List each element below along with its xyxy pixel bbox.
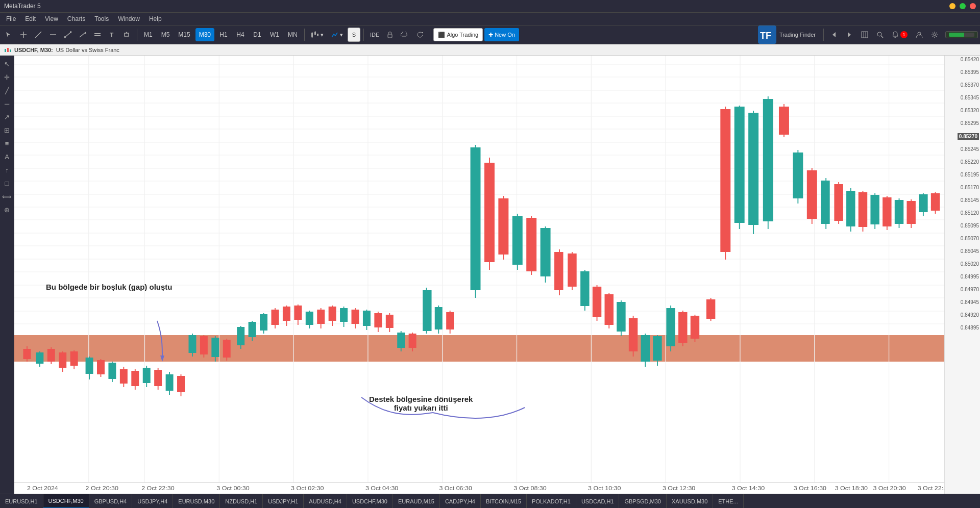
tf-mn[interactable]: MN: [284, 28, 301, 41]
tab-usdjpy-h1[interactable]: USDJPY,H1: [263, 494, 304, 509]
price-15: 0.85045: [961, 248, 979, 254]
refresh-btn[interactable]: [413, 28, 427, 42]
price-3: 0.85345: [961, 95, 979, 100]
svg-point-28: [877, 32, 881, 36]
cursor-tool[interactable]: [2, 28, 15, 42]
svg-text:3 Oct 20:30: 3 Oct 20:30: [873, 486, 905, 491]
menu-file[interactable]: File: [2, 14, 20, 23]
ray-tool[interactable]: [76, 28, 89, 42]
menu-help[interactable]: Help: [145, 14, 166, 23]
tab-usdchf-m30[interactable]: USDCHF,M30: [43, 494, 89, 509]
left-measure[interactable]: ⟺: [1, 190, 13, 202]
trendline-tool[interactable]: [61, 28, 75, 42]
tf-h4[interactable]: H4: [233, 28, 248, 41]
tab-xauusd-m30[interactable]: XAUUSD,M30: [667, 494, 713, 509]
tab-usdcad-h1[interactable]: USDCAD,H1: [576, 494, 620, 509]
left-text[interactable]: A: [1, 150, 13, 163]
tab-euraud-m15[interactable]: EURAUD,M15: [393, 494, 440, 509]
svg-text:3 Oct 16:30: 3 Oct 16:30: [794, 486, 826, 491]
window-controls: [949, 3, 976, 9]
cloud-btn[interactable]: [398, 28, 412, 42]
tf-m15[interactable]: M15: [175, 28, 193, 41]
zoom-select[interactable]: [858, 28, 871, 42]
left-cursor[interactable]: ↖: [1, 58, 13, 70]
svg-rect-74: [36, 352, 43, 364]
price-4: 0.85320: [961, 108, 979, 113]
tab-bitcoin-m15[interactable]: BITCOIN,M15: [481, 494, 527, 509]
lock-btn[interactable]: [384, 28, 396, 42]
crosshair-tool[interactable]: [17, 28, 30, 42]
svg-rect-166: [605, 294, 614, 325]
settings-btn[interactable]: [928, 28, 941, 42]
symbol-search[interactable]: S: [348, 28, 360, 42]
tab-cadjpy-h4[interactable]: CADJPY,H4: [440, 494, 481, 509]
algo-trading-btn[interactable]: ⬛ Algo Trading: [433, 28, 483, 41]
new-on-label: New On: [495, 32, 515, 38]
left-arrow[interactable]: ↑: [1, 164, 13, 176]
price-2: 0.85370: [961, 82, 979, 88]
tab-nzdusd-h1[interactable]: NZDUSD,H1: [220, 494, 263, 509]
menu-window[interactable]: Window: [114, 14, 144, 23]
nav-back[interactable]: [827, 28, 841, 42]
price-16: 0.85020: [961, 261, 979, 267]
tf-m30[interactable]: M30: [195, 28, 214, 41]
svg-marker-24: [848, 32, 851, 37]
price-current: 0.85270: [958, 133, 979, 140]
svg-rect-138: [409, 334, 416, 348]
ide-btn[interactable]: IDE: [367, 28, 382, 42]
left-parallel[interactable]: ⊞: [1, 124, 13, 136]
price-10: 0.85170: [961, 185, 979, 190]
left-rect[interactable]: □: [1, 177, 13, 189]
left-line[interactable]: ╱: [1, 84, 13, 96]
menu-charts[interactable]: Charts: [63, 14, 89, 23]
tf-m1[interactable]: M1: [140, 28, 156, 41]
tab-ethe[interactable]: ETHE...: [713, 494, 744, 509]
svg-text:3 Oct 10:30: 3 Oct 10:30: [588, 486, 621, 491]
text-tool[interactable]: T: [106, 28, 119, 42]
search-btn[interactable]: [873, 28, 887, 42]
tab-gbpusd-h4[interactable]: GBPUSD,H4: [89, 494, 133, 509]
minimize-btn[interactable]: [949, 3, 955, 9]
left-trendline[interactable]: ↗: [1, 111, 13, 123]
tab-usdchf-m30-2[interactable]: USDCHF,M30: [347, 494, 393, 509]
more-tools[interactable]: [91, 28, 104, 42]
chart-area[interactable]: 2 Oct 2024 2 Oct 20:30 2 Oct 22:30 3 Oct…: [14, 56, 944, 494]
left-zoom[interactable]: ⊕: [1, 204, 13, 216]
svg-rect-200: [834, 184, 843, 221]
trading-finder-logo[interactable]: TF Trading Finder: [754, 26, 820, 44]
shapes-tool[interactable]: [120, 28, 134, 42]
price-12: 0.85120: [961, 210, 979, 216]
menu-edit[interactable]: Edit: [21, 14, 40, 23]
tab-eurusd-m30[interactable]: EURUSD,M30: [173, 494, 220, 509]
tab-gbpsgd-m30[interactable]: GBPSGD,M30: [619, 494, 667, 509]
svg-rect-214: [919, 194, 927, 212]
svg-rect-206: [870, 195, 879, 224]
left-cross[interactable]: ✛: [1, 71, 13, 83]
tf-d1[interactable]: D1: [250, 28, 265, 41]
tab-eurusd-h1[interactable]: EURUSD,H1: [0, 494, 43, 509]
left-hline[interactable]: ─: [1, 97, 13, 110]
left-fib[interactable]: ≡: [1, 137, 13, 149]
menu-view[interactable]: View: [41, 14, 62, 23]
menu-tools[interactable]: Tools: [90, 14, 113, 23]
maximize-btn[interactable]: [960, 3, 966, 9]
price-13: 0.85095: [961, 223, 979, 228]
close-btn[interactable]: [970, 3, 976, 9]
hline-tool[interactable]: [46, 28, 60, 42]
indicators[interactable]: ▾: [328, 28, 346, 42]
nav-forward[interactable]: [843, 28, 856, 42]
tab-audusd-h4[interactable]: AUDUSD,H4: [304, 494, 347, 509]
algo-trading-label: Algo Trading: [447, 32, 478, 38]
tab-polkadot-h1[interactable]: POLKADOT,H1: [527, 494, 576, 509]
notification-btn[interactable]: 1: [889, 28, 911, 42]
new-on-btn[interactable]: ✚ New On: [484, 28, 519, 41]
accounts-btn[interactable]: [913, 28, 926, 42]
tf-h1[interactable]: H1: [216, 28, 231, 41]
tf-m5[interactable]: M5: [158, 28, 174, 41]
svg-text:2 Oct 22:30: 2 Oct 22:30: [141, 486, 174, 491]
chart-type[interactable]: ▾: [308, 28, 327, 42]
tab-usdjpy-h4[interactable]: USDJPY,H4: [132, 494, 173, 509]
candlestick-chart: 2 Oct 2024 2 Oct 20:30 2 Oct 22:30 3 Oct…: [14, 56, 944, 494]
line-tool[interactable]: [32, 28, 45, 42]
tf-w1[interactable]: W1: [266, 28, 283, 41]
